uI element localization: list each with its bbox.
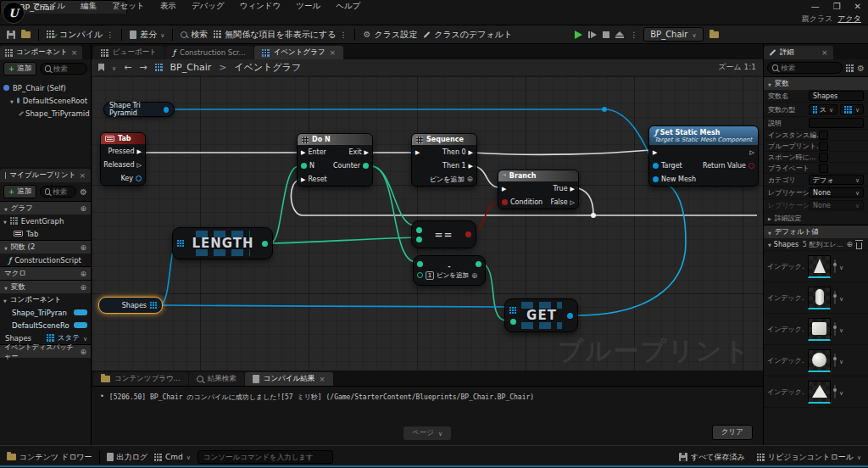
exec-pin[interactable] (653, 148, 657, 156)
hide-unrelated-button[interactable]: 無関係な項目を非表示にする (214, 29, 347, 41)
close-icon[interactable] (79, 171, 86, 180)
display-filter-icon[interactable] (846, 64, 854, 72)
bool-pin[interactable] (465, 231, 471, 237)
eject-button[interactable] (615, 31, 624, 38)
close-icon[interactable] (821, 48, 828, 57)
item-var-shape[interactable]: Shape_TriPyran (0, 306, 91, 319)
content-drawer-button[interactable]: コンテンツ ドロワー (7, 452, 92, 463)
tab-viewport[interactable]: ビューポート (93, 46, 164, 59)
add-pin-icon[interactable] (471, 271, 478, 280)
int-pin[interactable] (363, 163, 369, 169)
section-dispatchers[interactable]: イベントディスパッチャー (0, 344, 91, 358)
bp-readonly-checkbox[interactable] (819, 142, 828, 151)
mesh-thumbnail-pyramid[interactable] (808, 381, 831, 404)
node-get[interactable]: GET (504, 298, 578, 332)
parent-class-link[interactable]: アクタ (837, 14, 861, 25)
add-pin-icon[interactable] (466, 175, 473, 183)
cmd-dropdown[interactable]: Cmd (154, 453, 191, 461)
row-advanced[interactable]: 詳細設定 (764, 212, 868, 225)
compile-log-entry[interactable]: [5206.50] BP_Chair のコンパイルに成功しました![57 ミリ秒… (92, 387, 763, 408)
section-functions[interactable]: 関数 (2 (0, 240, 91, 254)
tree-item-scene-root[interactable]: DefaultSceneRoot (0, 94, 91, 107)
chevron-down-icon[interactable] (10, 97, 14, 105)
menu-view[interactable]: 表示 (160, 1, 176, 12)
replication-dropdown[interactable]: None (809, 187, 864, 198)
tab-compiler-results[interactable]: コンパイル結果 (245, 372, 333, 386)
mesh-thumbnail-cube[interactable] (808, 318, 831, 341)
debug-object-dropdown[interactable]: BP_Chair (643, 27, 703, 42)
exec-pin[interactable] (137, 148, 142, 155)
close-icon[interactable] (71, 48, 78, 57)
int-pin[interactable] (417, 261, 423, 267)
frame-skip-button[interactable] (588, 31, 597, 38)
int-pin[interactable] (301, 163, 307, 169)
close-window-button[interactable]: ✕ (854, 2, 861, 11)
object-pin[interactable] (567, 313, 573, 319)
minimize-button[interactable]: — (811, 2, 820, 11)
thumb-slider[interactable] (834, 385, 836, 398)
node-shapes-variable[interactable]: Shapes (98, 297, 163, 314)
exec-pin[interactable] (469, 162, 473, 170)
tree-item-self[interactable]: BP_Chair (Self) (0, 81, 91, 94)
node-do-n[interactable]: Do N Enter Exit N Counter Reset (297, 133, 373, 187)
event-graph-canvas[interactable]: ブループリント Sha (92, 76, 763, 370)
thumb-slider[interactable] (834, 291, 836, 304)
item-tab-event[interactable]: Tab (0, 227, 91, 240)
menu-tools[interactable]: ツール (296, 1, 320, 12)
exec-pin[interactable] (750, 148, 754, 156)
int-pin[interactable] (262, 241, 268, 247)
int-pin[interactable] (510, 319, 516, 325)
add-component-button[interactable]: +追加 (3, 62, 36, 75)
breadcrumb-root[interactable]: BP_Chair (170, 62, 212, 73)
object-pin[interactable] (164, 107, 169, 113)
object-pin[interactable] (653, 163, 659, 169)
details-search[interactable] (767, 62, 843, 74)
myblueprint-search[interactable] (40, 186, 76, 198)
console-input[interactable] (203, 453, 327, 461)
tab-content-browser[interactable]: コンテンツブラウ... (93, 372, 188, 386)
chevron-down-icon[interactable] (839, 262, 843, 271)
clear-button[interactable]: クリア (712, 425, 753, 440)
section-graphs[interactable]: グラフ (0, 201, 91, 214)
chevron-down-icon[interactable] (839, 356, 843, 365)
exec-pin[interactable] (469, 148, 473, 156)
menu-file[interactable]: ファイル (32, 1, 65, 12)
save-icon[interactable] (7, 31, 15, 39)
section-variable[interactable]: 変数 (764, 76, 868, 90)
bool-pin[interactable] (502, 199, 508, 205)
literal-value[interactable]: 1 (426, 271, 434, 280)
section-default-value[interactable]: デフォルト値 (764, 225, 868, 238)
mesh-thumbnail-cone[interactable] (808, 255, 831, 278)
hide-unrelated-options-icon[interactable] (339, 30, 347, 39)
menu-window[interactable]: ウィンドウ (240, 1, 281, 12)
node-tab-event[interactable]: Tab Pressed Released Key (100, 132, 146, 186)
int-pin[interactable] (416, 237, 422, 242)
node-subtract[interactable]: 1ピンを追加 - (413, 255, 486, 286)
section-macros[interactable]: マクロ (0, 266, 91, 280)
int-pin[interactable] (417, 272, 423, 278)
int-pin[interactable] (416, 227, 422, 233)
description-input[interactable] (809, 118, 864, 128)
bool-pin[interactable] (748, 163, 754, 169)
array-pin[interactable] (150, 302, 157, 309)
breadcrumb-current[interactable]: イベントグラフ (234, 61, 301, 74)
array-pin[interactable] (509, 307, 516, 314)
chevron-down-icon[interactable] (839, 293, 843, 303)
item-event-graph[interactable]: EventGraph (0, 214, 91, 227)
int-pin[interactable] (476, 261, 481, 267)
forward-icon[interactable] (139, 62, 147, 73)
components-search[interactable] (40, 63, 87, 75)
menu-debug[interactable]: デバッグ (192, 1, 225, 12)
browse-debug-icon[interactable] (709, 31, 719, 38)
menu-help[interactable]: ヘルプ (336, 1, 360, 12)
components-search-input[interactable] (53, 64, 82, 73)
revision-control-button[interactable]: リビジョンコントロール (757, 452, 861, 463)
exec-pin[interactable] (502, 185, 506, 192)
menu-asset[interactable]: アセット (112, 1, 145, 12)
myblueprint-search-input[interactable] (53, 187, 71, 196)
expose-spawn-checkbox[interactable] (819, 153, 828, 162)
key-pin[interactable] (136, 176, 142, 181)
compile-options-icon[interactable] (106, 30, 114, 39)
thumb-slider[interactable] (834, 322, 836, 336)
exec-pin[interactable] (570, 198, 575, 206)
